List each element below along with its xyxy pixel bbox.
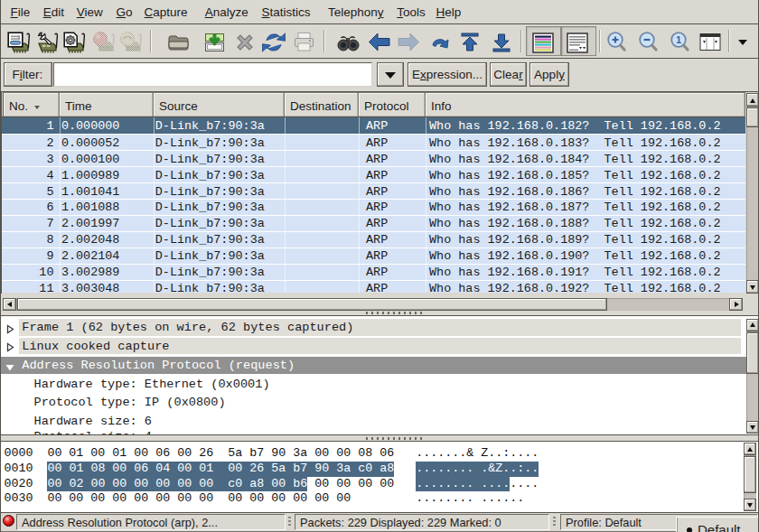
svg-text:1: 1	[676, 34, 681, 45]
